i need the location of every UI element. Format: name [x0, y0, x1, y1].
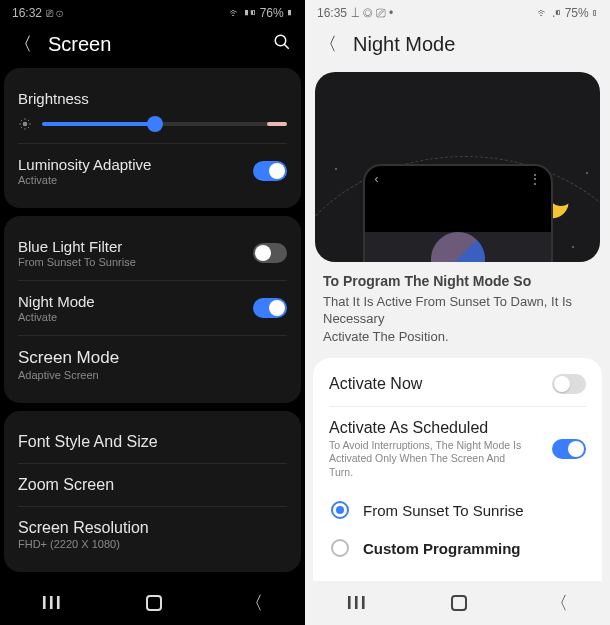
page-title: Screen [48, 33, 257, 56]
info-text: To Program The Night Mode So That It Is … [305, 272, 610, 354]
brightness-label: Brightness [18, 90, 287, 107]
brightness-row: Brightness [18, 80, 287, 141]
luminosity-label: Luminosity Adaptive [18, 156, 151, 173]
luminosity-toggle[interactable] [253, 161, 287, 181]
luminosity-sub: Activate [18, 174, 151, 186]
scheduled-sub: To Avoid Interruptions, The Night Mode I… [329, 439, 529, 480]
page-title: Night Mode [353, 33, 596, 56]
resolution-sub: FHD+ (2220 X 1080) [18, 538, 287, 550]
sun-icon [18, 117, 32, 131]
nav-back[interactable]: 〈 [245, 591, 263, 615]
bluelight-toggle[interactable] [253, 243, 287, 263]
activate-now-label: Activate Now [329, 375, 422, 393]
screenmode-sub: Adaptive Screen [18, 369, 287, 381]
search-icon[interactable] [273, 33, 291, 56]
scheduled-toggle[interactable] [552, 439, 586, 459]
status-battery: ᯤ .◧ 75% ▯ [537, 6, 598, 20]
navigation-bar: III 〈 [0, 581, 305, 625]
scheduled-label: Activate As Scheduled [329, 419, 529, 437]
radio-sunset[interactable] [331, 501, 349, 519]
radio-sunset-label: From Sunset To Sunrise [363, 502, 524, 519]
svg-point-2 [23, 122, 28, 127]
activate-now-row[interactable]: Activate Now [313, 362, 602, 406]
screenmode-label: Screen Mode [18, 348, 287, 368]
more-icon: ⋮ [529, 172, 541, 186]
resolution-label: Screen Resolution [18, 519, 287, 537]
status-bar: 16:35 ⟘ ◎ ⎚ • ᯤ .◧ 75% ▯ [305, 0, 610, 26]
nav-recents[interactable]: III [347, 593, 368, 614]
zoom-label: Zoom Screen [18, 476, 287, 494]
nightmode-label: Night Mode [18, 293, 95, 310]
svg-line-8 [28, 127, 29, 128]
nightmode-toggle[interactable] [253, 298, 287, 318]
resolution-row[interactable]: Screen Resolution FHD+ (2220 X 1080) [18, 509, 287, 560]
status-time: 16:35 [317, 6, 347, 20]
svg-line-9 [21, 127, 22, 128]
font-row[interactable]: Font Style And Size [18, 423, 287, 461]
scheduled-row[interactable]: Activate As Scheduled To Avoid Interrupt… [313, 407, 602, 492]
nightmode-sub: Activate [18, 311, 95, 323]
screenmode-row[interactable]: Screen Mode Adaptive Screen [18, 338, 287, 391]
activate-now-toggle[interactable] [552, 374, 586, 394]
info-line2: Activate The Position. [323, 329, 449, 344]
nightmode-row[interactable]: Night Mode Activate [18, 283, 287, 333]
info-title: To Program The Night Mode So [323, 272, 592, 291]
radio-custom-label: Custom Programming [363, 540, 521, 557]
nav-back[interactable]: 〈 [550, 591, 568, 615]
back-icon[interactable]: 〈 [319, 32, 337, 56]
slider-thumb[interactable] [147, 116, 163, 132]
mini-phone-preview: ‹⋮ [363, 164, 553, 262]
back-icon[interactable]: 〈 [14, 32, 32, 56]
status-bar: 16:32 ⎚ ⊙ ᯤ ▮◧ 76% ▮ [0, 0, 305, 26]
radio-sunset-row[interactable]: From Sunset To Sunrise [313, 491, 602, 529]
bluelight-label: Blue Light Filter [18, 238, 136, 255]
info-line1: That It Is Active From Sunset To Dawn, I… [323, 294, 572, 327]
night-illustration: ‹⋮ [315, 72, 600, 262]
font-label: Font Style And Size [18, 433, 287, 451]
nav-home[interactable] [451, 595, 467, 611]
nav-recents[interactable]: III [42, 593, 63, 614]
status-notif-icons: ⎚ ⊙ [46, 6, 63, 20]
svg-point-0 [275, 35, 286, 46]
navigation-bar: III 〈 [305, 581, 610, 625]
brightness-slider[interactable] [42, 122, 287, 126]
zoom-row[interactable]: Zoom Screen [18, 466, 287, 504]
svg-line-1 [284, 44, 289, 49]
status-notif-icons: ⟘ ◎ ⎚ • [351, 6, 393, 20]
nav-home[interactable] [146, 595, 162, 611]
header: 〈 Night Mode [305, 26, 610, 68]
luminosity-row[interactable]: Luminosity Adaptive Activate [18, 146, 287, 196]
radio-custom[interactable] [331, 539, 349, 557]
svg-line-10 [28, 120, 29, 121]
bluelight-sub: From Sunset To Sunrise [18, 256, 136, 268]
chevron-left-icon: ‹ [375, 172, 379, 186]
bluelight-row[interactable]: Blue Light Filter From Sunset To Sunrise [18, 228, 287, 278]
status-time: 16:32 [12, 6, 42, 20]
svg-line-7 [21, 120, 22, 121]
header: 〈 Screen [0, 26, 305, 68]
radio-custom-row[interactable]: Custom Programming [313, 529, 602, 567]
status-battery: ᯤ ▮◧ 76% ▮ [229, 6, 293, 20]
